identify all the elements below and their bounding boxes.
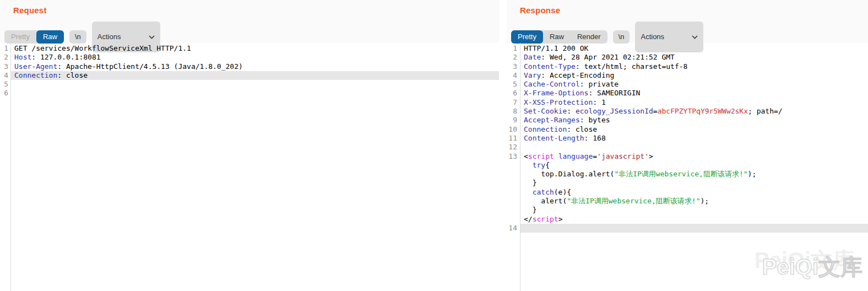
response-title: Response [520, 6, 868, 15]
code-line[interactable]: 10Connection: close [507, 125, 868, 134]
response-panel-header: Response Pretty Raw Render \n Actions [507, 0, 868, 43]
code-text [10, 80, 499, 89]
code-line[interactable]: 2Host: 127.0.0.1:8081 [0, 53, 499, 62]
response-panel: Response Pretty Raw Render \n Actions [507, 0, 868, 291]
code-text [520, 143, 868, 152]
code-line[interactable]: 1HTTP/1.1 200 OK [507, 44, 868, 53]
code-line[interactable]: 7X-XSS-Protection: 1 [507, 98, 868, 107]
line-number: 14 [507, 224, 520, 233]
code-text: Host: 127.0.0.1:8081 [10, 53, 499, 62]
code-text: <script language='javascript'> [520, 152, 868, 161]
code-line[interactable]: 12 [507, 143, 868, 152]
code-text: catch(e){ [520, 188, 868, 197]
request-panel-header: Request Pretty Raw \n Actions [0, 0, 499, 43]
line-number: 6 [0, 89, 10, 98]
code-line[interactable]: 9Accept-Ranges: bytes [507, 116, 868, 125]
code-line[interactable]: top.Dialog.alert("非法IP调用webservice,阻断该请求… [507, 170, 868, 179]
line-number [507, 206, 520, 214]
gutter-divider [10, 43, 11, 291]
request-linebreak-toggle[interactable]: \n [69, 30, 86, 44]
code-line[interactable]: 3Content-Type: text/html; charset=utf-8 [507, 62, 868, 71]
line-number [507, 161, 520, 170]
line-number: 1 [507, 44, 520, 53]
code-text: try{ [520, 161, 868, 170]
response-tab-render[interactable]: Render [571, 30, 607, 44]
code-text: Date: Wed, 28 Apr 2021 02:21:52 GMT [520, 53, 868, 62]
code-text: Connection: close [10, 71, 499, 80]
code-line[interactable]: } [507, 179, 868, 187]
response-tab-pretty[interactable]: Pretty [511, 30, 543, 44]
line-number [507, 179, 520, 187]
request-actions-label: Actions [97, 33, 121, 41]
code-line[interactable]: alert("非法IP调用webservice,阻断该请求!"); [507, 197, 868, 206]
code-line[interactable]: 11Content-Length: 168 [507, 134, 868, 143]
code-text: Connection: close [520, 125, 868, 134]
line-number [507, 197, 520, 206]
code-line[interactable]: 13<script language='javascript'> [507, 152, 868, 161]
code-text: alert("非法IP调用webservice,阻断该请求!"); [520, 197, 868, 206]
line-number: 5 [0, 80, 10, 89]
code-text: top.Dialog.alert("非法IP调用webservice,阻断该请求… [520, 170, 868, 179]
response-view-switcher: Pretty Raw Render [511, 30, 607, 44]
line-number: 2 [507, 53, 520, 62]
code-line[interactable]: 4Connection: close [0, 71, 499, 80]
line-number: 4 [507, 71, 520, 80]
code-line[interactable]: 3User-Agent: Apache-HttpClient/4.5.13 (J… [0, 62, 499, 71]
code-line[interactable]: 1GET /services/WorkflowServiceXml HTTP/1… [0, 44, 499, 53]
line-number: 11 [507, 134, 520, 143]
code-line[interactable]: 8Set-Cookie: ecology_JSessionId=abcFPZYT… [507, 107, 868, 116]
line-number: 6 [507, 89, 520, 98]
code-line[interactable]: 6 [0, 89, 499, 98]
code-line[interactable]: 5Cache-Control: private [507, 80, 868, 89]
code-text: Set-Cookie: ecology_JSessionId=abcFPZYTP… [520, 107, 868, 116]
code-text: X-Frame-Options: SAMEORIGIN [520, 89, 868, 98]
line-number [507, 188, 520, 197]
code-line[interactable]: 2Date: Wed, 28 Apr 2021 02:21:52 GMT [507, 53, 868, 62]
code-line[interactable]: </script> [507, 215, 868, 224]
line-number: 8 [507, 107, 520, 116]
code-text: HTTP/1.1 200 OK [520, 44, 868, 53]
code-text: GET /services/WorkflowServiceXml HTTP/1.… [10, 44, 499, 53]
code-text: </script> [520, 215, 868, 224]
code-text [10, 89, 499, 98]
response-linebreak-toggle[interactable]: \n [613, 30, 630, 44]
line-number: 12 [507, 143, 520, 152]
code-line[interactable]: catch(e){ [507, 188, 868, 197]
code-text: } [520, 206, 868, 214]
request-tab-raw[interactable]: Raw [36, 30, 64, 44]
code-text: Accept-Ranges: bytes [520, 116, 868, 125]
code-line[interactable]: } [507, 206, 868, 214]
code-text: } [520, 179, 868, 187]
code-text: User-Agent: Apache-HttpClient/4.5.13 (Ja… [10, 62, 499, 71]
request-panel: Request Pretty Raw \n Actions [0, 0, 499, 291]
line-number [507, 215, 520, 224]
request-tab-pretty[interactable]: Pretty [4, 30, 36, 44]
line-number: 3 [0, 62, 10, 71]
code-text: Content-Type: text/html; charset=utf-8 [520, 62, 868, 71]
code-text: X-XSS-Protection: 1 [520, 98, 868, 107]
gutter-divider [520, 43, 520, 291]
code-line[interactable]: try{ [507, 161, 868, 170]
code-text: Vary: Accept-Encoding [520, 71, 868, 80]
code-text [520, 224, 868, 233]
code-text: Content-Length: 168 [520, 134, 868, 143]
response-actions-label: Actions [641, 33, 664, 41]
line-number: 13 [507, 152, 520, 161]
code-line[interactable]: 5 [0, 80, 499, 89]
request-title: Request [13, 6, 499, 15]
line-number: 4 [0, 71, 10, 80]
line-number: 10 [507, 125, 520, 134]
line-number: 5 [507, 80, 520, 89]
code-line[interactable]: 4Vary: Accept-Encoding [507, 71, 868, 80]
line-number [507, 170, 520, 179]
response-editor[interactable]: 1HTTP/1.1 200 OK2Date: Wed, 28 Apr 2021 … [507, 43, 868, 291]
line-number: 2 [0, 53, 10, 62]
request-editor[interactable]: 1GET /services/WorkflowServiceXml HTTP/1… [0, 43, 499, 291]
message-editor: Request Pretty Raw \n Actions [0, 0, 868, 291]
code-text: Cache-Control: private [520, 80, 868, 89]
line-number: 1 [0, 44, 10, 53]
code-line[interactable]: 14 [507, 224, 868, 233]
line-number: 3 [507, 62, 520, 71]
response-tab-raw[interactable]: Raw [543, 30, 571, 44]
code-line[interactable]: 6X-Frame-Options: SAMEORIGIN [507, 89, 868, 98]
